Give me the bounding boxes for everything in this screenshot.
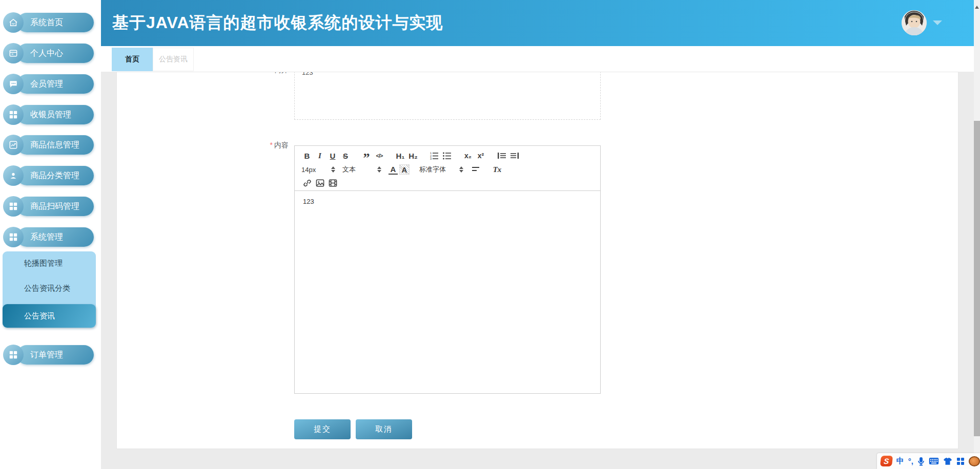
tab-bar: 首页 公告资讯 xyxy=(101,46,974,72)
sidebar-item-label: 会员管理 xyxy=(17,74,94,94)
app-window: 系统首页 个人中心 会员管理 收银员管理 商品信息管理 xyxy=(0,0,980,469)
superscript-button[interactable]: x² xyxy=(475,150,486,162)
user-icon xyxy=(3,165,24,186)
tab-notice[interactable]: 公告资讯 xyxy=(153,48,194,71)
sidebar-item-product-category-mgmt[interactable]: 商品分类管理 xyxy=(3,165,94,186)
form-card: 简介 123 *内容 B I U S ” </> H₁ H₂ xyxy=(116,72,958,449)
scrollbar-thumb[interactable] xyxy=(974,121,980,436)
toolbox-grid-icon[interactable] xyxy=(956,457,965,465)
ime-toolbar: S 中 °, xyxy=(877,453,980,469)
content-label-text: 内容 xyxy=(274,141,289,149)
sidebar-item-label: 商品分类管理 xyxy=(17,166,94,185)
submenu-item-notice-active[interactable]: 公告资讯 xyxy=(3,304,96,328)
keyboard-icon[interactable] xyxy=(929,457,939,465)
editor-toolbar: B I U S ” </> H₁ H₂ 123 xyxy=(295,146,600,191)
background-color-button[interactable]: A xyxy=(399,164,410,175)
paragraph-format-select[interactable]: 文本 xyxy=(342,165,386,174)
grid-icon xyxy=(3,104,24,125)
video-icon[interactable] xyxy=(327,177,338,189)
submit-button[interactable]: 提交 xyxy=(294,419,351,439)
sidebar-item-label: 商品扫码管理 xyxy=(17,197,94,216)
bold-button[interactable]: B xyxy=(301,150,313,162)
font-family-select[interactable]: 标准字体 xyxy=(419,165,468,174)
image-icon[interactable] xyxy=(314,177,325,189)
toolbar-row-2: 14px 文本 A A 标准字体 xyxy=(301,163,594,176)
grid-icon xyxy=(3,345,24,365)
system-mgmt-submenu: 轮播图管理 公告资讯分类 公告资讯 xyxy=(3,251,96,328)
submenu-item-notice-category[interactable]: 公告资讯分类 xyxy=(24,284,70,293)
sidebar-item-cashier-mgmt[interactable]: 收银员管理 xyxy=(3,104,94,125)
ordered-list-icon[interactable]: 123 xyxy=(428,150,440,162)
sidebar-item-system-mgmt[interactable]: 系统管理 xyxy=(3,227,94,247)
required-asterisk: * xyxy=(270,141,273,149)
strikethrough-button[interactable]: S xyxy=(340,150,351,162)
toolbar-row-3 xyxy=(301,177,594,188)
font-size-select[interactable]: 14px xyxy=(301,166,340,174)
sidebar-item-order-mgmt[interactable]: 订单管理 xyxy=(3,345,94,365)
sidebar-item-product-info-mgmt[interactable]: 商品信息管理 xyxy=(3,135,94,155)
sidebar-item-label: 收银员管理 xyxy=(17,105,94,124)
spinner-icon xyxy=(331,166,335,173)
microphone-icon[interactable] xyxy=(917,457,925,466)
heading1-button[interactable]: H₁ xyxy=(395,150,406,162)
subscript-button[interactable]: x₂ xyxy=(462,150,474,162)
line-height-icon[interactable] xyxy=(471,163,482,176)
editor-content-area[interactable]: 123 xyxy=(295,191,600,393)
content-field-label: *内容 xyxy=(117,141,289,150)
heading2-button[interactable]: H₂ xyxy=(407,150,419,162)
cancel-button[interactable]: 取消 xyxy=(356,419,412,439)
header: 基于JAVA语言的超市收银系统的设计与实现 xyxy=(101,0,974,46)
punctuation-mode-icon[interactable]: °, xyxy=(908,457,913,465)
spinner-icon xyxy=(459,166,463,173)
sidebar-item-label: 系统首页 xyxy=(17,13,94,32)
font-size-value: 14px xyxy=(301,166,316,174)
vertical-scrollbar xyxy=(974,0,980,469)
scroll-up-arrow[interactable] xyxy=(975,2,979,11)
spinner-icon xyxy=(377,166,381,173)
blockquote-button[interactable]: ” xyxy=(361,150,372,162)
intro-field-label: 简介 xyxy=(117,72,289,75)
sidebar-item-member-mgmt[interactable]: 会员管理 xyxy=(3,74,94,94)
page-title: 基于JAVA语言的超市收银系统的设计与实现 xyxy=(101,12,443,34)
italic-button[interactable]: I xyxy=(314,150,325,162)
profile-card-icon xyxy=(3,43,24,63)
chat-icon xyxy=(3,74,24,94)
sidebar-item-product-scan-mgmt[interactable]: 商品扫码管理 xyxy=(3,196,94,217)
sidebar: 系统首页 个人中心 会员管理 收银员管理 商品信息管理 xyxy=(0,0,101,469)
grid-icon xyxy=(3,227,24,247)
chart-icon xyxy=(3,135,24,155)
sogou-logo-icon[interactable]: S xyxy=(880,456,893,466)
bullet-list-icon[interactable] xyxy=(441,150,453,162)
sidebar-item-system-home[interactable]: 系统首页 xyxy=(3,12,94,33)
font-family-value: 标准字体 xyxy=(419,165,446,174)
tray-extra-icon[interactable] xyxy=(969,456,980,466)
grid-icon xyxy=(3,196,24,217)
outdent-icon[interactable] xyxy=(496,150,507,162)
intro-textarea[interactable]: 123 xyxy=(294,72,601,120)
rich-text-editor: B I U S ” </> H₁ H₂ 123 xyxy=(294,145,601,394)
sidebar-item-personal-center[interactable]: 个人中心 xyxy=(3,43,94,63)
text-color-button[interactable]: A xyxy=(389,165,398,175)
sidebar-item-label: 系统管理 xyxy=(17,227,94,247)
sidebar-item-label: 商品信息管理 xyxy=(17,135,94,155)
chevron-down-icon[interactable] xyxy=(933,20,942,25)
submenu-item-carousel-mgmt[interactable]: 轮播图管理 xyxy=(24,259,63,268)
home-icon xyxy=(3,12,24,33)
sidebar-item-label: 个人中心 xyxy=(17,44,94,63)
indent-icon[interactable] xyxy=(509,150,520,162)
underline-button[interactable]: U xyxy=(327,150,338,162)
toolbar-row-1: B I U S ” </> H₁ H₂ 123 xyxy=(301,150,594,162)
sidebar-item-label: 订单管理 xyxy=(17,345,94,365)
code-block-button[interactable]: </> xyxy=(374,150,385,162)
tab-home[interactable]: 首页 xyxy=(112,48,153,71)
skin-tshirt-icon[interactable] xyxy=(943,457,952,465)
chinese-mode-icon[interactable]: 中 xyxy=(896,456,904,466)
svg-text:3: 3 xyxy=(430,157,432,160)
link-icon[interactable] xyxy=(301,177,313,189)
clear-format-button[interactable]: Tx xyxy=(492,163,503,176)
paragraph-format-value: 文本 xyxy=(342,165,356,174)
avatar[interactable] xyxy=(902,10,927,35)
